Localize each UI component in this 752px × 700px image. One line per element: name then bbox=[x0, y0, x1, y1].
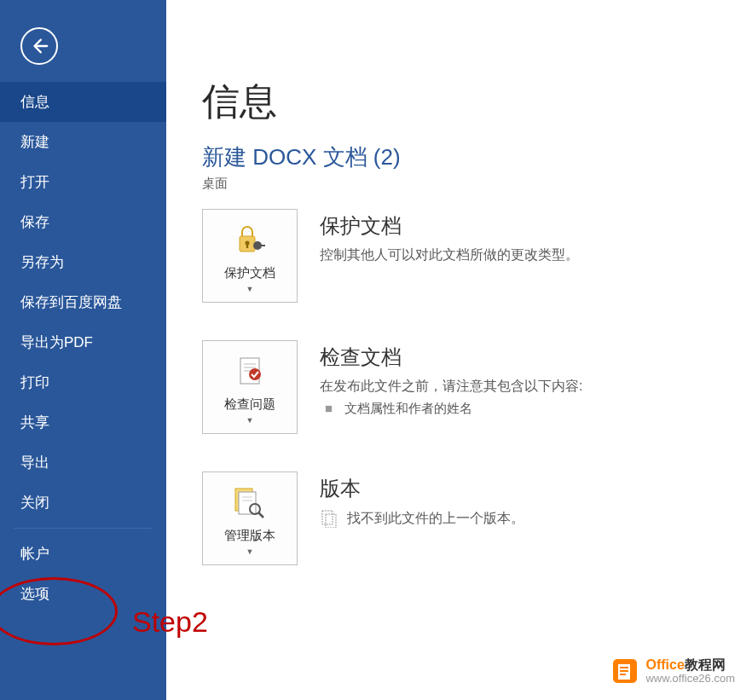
list-text: 文档属性和作者的姓名 bbox=[344, 401, 472, 415]
brand-url: www.office26.com bbox=[645, 673, 735, 685]
version-desc: 找不到此文件的上一个版本。 bbox=[347, 510, 524, 528]
inspect-section: 检查问题 ▼ 检查文档 在发布此文件之前，请注意其包含以下内容: ■文档属性和作… bbox=[202, 340, 752, 434]
protect-document-button[interactable]: 保护文档 ▼ bbox=[202, 209, 298, 303]
back-arrow-icon bbox=[30, 37, 49, 55]
section-title: 检查文档 bbox=[320, 344, 752, 371]
section-desc: 在发布此文件之前，请注意其包含以下内容: bbox=[320, 378, 752, 396]
chevron-down-icon: ▼ bbox=[246, 547, 254, 556]
main-content: 信息 新建 DOCX 文档 (2) 桌面 保护文档 ▼ 保护文档 控制其他人可以… bbox=[166, 0, 752, 700]
svg-rect-2 bbox=[246, 244, 248, 248]
sidebar-item-new[interactable]: 新建 bbox=[0, 122, 166, 162]
doc-location: 桌面 bbox=[202, 176, 752, 192]
sidebar-item-open[interactable]: 打开 bbox=[0, 162, 166, 202]
chevron-down-icon: ▼ bbox=[246, 285, 254, 293]
svg-rect-17 bbox=[326, 514, 336, 528]
sidebar-item-print[interactable]: 打印 bbox=[0, 362, 166, 402]
svg-rect-16 bbox=[322, 511, 333, 524]
sidebar-label: 另存为 bbox=[20, 254, 64, 270]
section-title: 版本 bbox=[320, 475, 752, 502]
svg-line-15 bbox=[258, 512, 263, 518]
brand-orange: Office bbox=[645, 657, 684, 672]
page-title: 信息 bbox=[202, 77, 752, 127]
watermark: Office教程网 www.office26.com bbox=[610, 656, 735, 686]
sidebar-label: 新建 bbox=[20, 134, 49, 150]
section-list-item: ■文档属性和作者的姓名 bbox=[320, 401, 752, 417]
doc-title: 新建 DOCX 文档 (2) bbox=[202, 142, 752, 172]
section-content: 检查文档 在发布此文件之前，请注意其包含以下内容: ■文档属性和作者的姓名 bbox=[320, 340, 752, 417]
sidebar-label: 信息 bbox=[20, 94, 49, 110]
sidebar-label: 共享 bbox=[20, 414, 49, 431]
versions-section: 管理版本 ▼ 版本 找不到此文件的上一个版本。 bbox=[202, 471, 752, 565]
watermark-text: Office教程网 www.office26.com bbox=[645, 657, 735, 685]
sidebar-item-share[interactable]: 共享 bbox=[0, 402, 166, 443]
protect-section: 保护文档 ▼ 保护文档 控制其他人可以对此文档所做的更改类型。 bbox=[202, 209, 752, 303]
annotation-text: Step2 bbox=[132, 605, 208, 639]
lock-icon bbox=[233, 219, 267, 260]
button-label: 管理版本 bbox=[224, 528, 275, 544]
svg-rect-11 bbox=[239, 492, 256, 514]
bullet-icon: ■ bbox=[325, 401, 333, 415]
svg-rect-4 bbox=[260, 245, 265, 246]
sidebar-item-close[interactable]: 关闭 bbox=[0, 483, 166, 523]
chevron-down-icon: ▼ bbox=[246, 416, 254, 425]
button-label: 检查问题 bbox=[224, 396, 275, 413]
section-title: 保护文档 bbox=[320, 212, 752, 240]
svg-point-9 bbox=[249, 368, 261, 380]
sidebar-item-export[interactable]: 导出 bbox=[0, 443, 166, 483]
sidebar-item-save[interactable]: 保存 bbox=[0, 202, 166, 242]
sidebar-label: 选项 bbox=[20, 586, 49, 602]
manage-versions-button[interactable]: 管理版本 ▼ bbox=[202, 471, 298, 565]
sidebar-label: 导出为PDF bbox=[20, 334, 93, 350]
sidebar-label: 关闭 bbox=[20, 495, 49, 511]
sidebar-item-baidu[interactable]: 保存到百度网盘 bbox=[0, 282, 166, 322]
back-button[interactable] bbox=[20, 27, 58, 65]
sidebar-label: 保存到百度网盘 bbox=[20, 294, 122, 310]
sidebar-divider bbox=[14, 528, 153, 529]
section-content: 保护文档 控制其他人可以对此文档所做的更改类型。 bbox=[320, 209, 752, 269]
sidebar-label: 打印 bbox=[20, 374, 49, 390]
sidebar-item-saveas[interactable]: 另存为 bbox=[0, 242, 166, 282]
svg-rect-20 bbox=[620, 667, 628, 668]
sidebar-label: 保存 bbox=[20, 214, 49, 230]
inspect-icon bbox=[233, 350, 267, 391]
versions-icon bbox=[231, 482, 269, 523]
button-label: 保护文档 bbox=[224, 265, 275, 281]
section-content: 版本 找不到此文件的上一个版本。 bbox=[320, 471, 752, 528]
svg-rect-21 bbox=[620, 670, 628, 672]
sidebar-item-info[interactable]: 信息 bbox=[0, 82, 166, 122]
sidebar-label: 帐户 bbox=[20, 546, 49, 562]
sidebar-item-account[interactable]: 帐户 bbox=[0, 534, 166, 574]
document-icon bbox=[320, 509, 338, 528]
inspect-document-button[interactable]: 检查问题 ▼ bbox=[202, 340, 298, 434]
sidebar-item-pdf[interactable]: 导出为PDF bbox=[0, 322, 166, 362]
section-desc: 控制其他人可以对此文档所做的更改类型。 bbox=[320, 246, 752, 264]
brand-black: 教程网 bbox=[685, 657, 726, 672]
sidebar-label: 导出 bbox=[20, 454, 49, 471]
sidebar: 信息 新建 打开 保存 另存为 保存到百度网盘 导出为PDF 打印 共享 导出 … bbox=[0, 0, 166, 700]
watermark-icon bbox=[610, 656, 640, 686]
sidebar-label: 打开 bbox=[20, 174, 49, 190]
version-row: 找不到此文件的上一个版本。 bbox=[320, 509, 752, 528]
svg-rect-22 bbox=[620, 674, 626, 675]
